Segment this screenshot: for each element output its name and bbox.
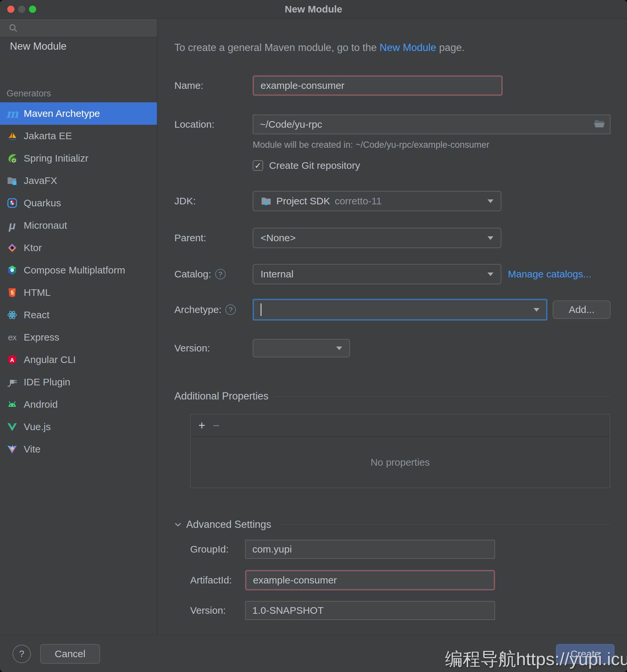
advanced-settings-header[interactable]: Advanced Settings	[174, 518, 610, 531]
jdk-version: corretto-11	[334, 195, 382, 207]
compose-multiplatform-icon	[6, 265, 18, 276]
no-properties-text: No properties	[191, 437, 610, 488]
chevron-down-icon	[487, 236, 494, 240]
additional-properties-panel: + − No properties	[190, 414, 610, 488]
sidebar-item-maven-archetype[interactable]: m Maven Archetype	[0, 102, 157, 125]
parent-dropdown[interactable]: <None>	[253, 228, 501, 248]
sidebar-item-spring-initializr[interactable]: Spring Initializr	[0, 147, 157, 169]
add-property-button[interactable]: +	[198, 418, 213, 432]
angular-icon: A	[6, 354, 18, 365]
create-button[interactable]: Create	[556, 644, 615, 664]
name-label: Name:	[174, 80, 253, 91]
sidebar-item-micronaut[interactable]: μ Micronaut	[0, 214, 157, 237]
form-panel: To create a general Maven module, go to …	[157, 19, 627, 635]
sidebar-item-quarkus[interactable]: Quarkus	[0, 192, 157, 214]
footer-bar: ? Cancel Create 编程导航https://yupi.icu	[0, 635, 627, 672]
chevron-down-icon	[336, 346, 342, 350]
jdk-value: Project SDK	[276, 195, 330, 207]
archetype-label: Archetype: ?	[174, 304, 253, 315]
jdk-dropdown[interactable]: Project SDK corretto-11	[253, 191, 501, 211]
plug-icon	[6, 377, 18, 388]
search-input[interactable]	[0, 19, 157, 37]
manage-catalogs-link[interactable]: Manage catalogs...	[508, 268, 592, 280]
advanced-version-label: Version:	[190, 605, 245, 616]
jdk-label: JDK:	[174, 195, 253, 207]
android-icon	[6, 399, 18, 410]
javafx-icon	[6, 175, 18, 186]
divider	[275, 396, 610, 397]
sidebar-item-angular-cli[interactable]: A Angular CLI	[0, 349, 157, 371]
chevron-down-icon	[487, 199, 494, 203]
sidebar-item-jakarta-ee[interactable]: Jakarta EE	[0, 125, 157, 147]
sidebar-item-compose-multiplatform[interactable]: Compose Multiplatform	[0, 259, 157, 281]
chevron-down-icon	[487, 272, 494, 276]
sidebar-item-html[interactable]: 5 HTML	[0, 281, 157, 304]
archetype-combobox[interactable]	[253, 299, 547, 320]
html5-icon: 5	[6, 287, 18, 298]
window-title: New Module	[0, 4, 627, 15]
sidebar-item-android[interactable]: Android	[0, 393, 157, 416]
sidebar: New Module Generators m Maven Archetype	[0, 19, 157, 635]
generators-list: m Maven Archetype Jakarta EE	[0, 102, 157, 460]
properties-toolbar: + −	[191, 414, 610, 437]
catalog-dropdown[interactable]: Internal	[253, 264, 501, 284]
sidebar-item-express[interactable]: ex Express	[0, 326, 157, 349]
divider	[278, 525, 610, 525]
sidebar-item-javafx[interactable]: JavaFX	[0, 169, 157, 192]
additional-properties-header: Additional Properties	[174, 390, 610, 403]
sidebar-item-ide-plugin[interactable]: IDE Plugin	[0, 371, 157, 393]
svg-text:A: A	[10, 357, 14, 363]
react-icon	[6, 309, 18, 320]
sidebar-item-new-module[interactable]: New Module	[0, 37, 157, 56]
help-button[interactable]: ?	[12, 645, 31, 663]
artifactid-label: ArtifactId:	[190, 575, 245, 586]
quarkus-icon	[6, 197, 18, 209]
sidebar-item-vite[interactable]: Vite	[0, 438, 157, 460]
maven-icon: m	[6, 108, 18, 119]
new-module-dialog: New Module New Module Generators m Maven…	[0, 0, 627, 672]
vite-icon	[6, 443, 18, 455]
catalog-value: Internal	[260, 268, 294, 280]
name-input[interactable]	[253, 75, 503, 96]
generators-section-header: Generators	[0, 89, 157, 98]
sidebar-item-ktor[interactable]: Ktor	[0, 237, 157, 259]
cancel-button[interactable]: Cancel	[40, 644, 100, 664]
new-module-link[interactable]: New Module	[380, 42, 436, 53]
micronaut-icon: μ	[6, 220, 18, 231]
browse-folder-icon[interactable]	[594, 118, 605, 130]
version-label: Version:	[174, 342, 253, 354]
text-caret	[260, 304, 261, 316]
chevron-down-icon	[174, 522, 182, 527]
artifactid-input[interactable]	[245, 570, 495, 591]
groupid-input[interactable]	[245, 540, 495, 559]
sidebar-item-react[interactable]: React	[0, 304, 157, 326]
create-git-checkbox[interactable]: ✓	[253, 160, 263, 171]
jakarta-ee-icon	[6, 130, 18, 142]
vue-icon	[6, 421, 18, 432]
module-location-note: Module will be created in: ~/Code/yu-rpc…	[253, 140, 610, 150]
title-bar: New Module	[0, 0, 627, 19]
version-dropdown[interactable]	[253, 339, 350, 357]
catalog-help-icon[interactable]: ?	[215, 269, 226, 280]
search-icon	[8, 23, 18, 32]
sidebar-item-vuejs[interactable]: Vue.js	[0, 416, 157, 438]
chevron-down-icon	[533, 308, 540, 312]
create-git-label: Create Git repository	[269, 160, 360, 171]
svg-text:5: 5	[11, 290, 14, 295]
ktor-icon	[6, 242, 18, 254]
jdk-folder-icon	[260, 195, 272, 207]
express-icon: ex	[6, 332, 18, 343]
archetype-help-icon[interactable]: ?	[225, 305, 236, 315]
groupid-label: GroupId:	[190, 544, 245, 555]
advanced-version-input[interactable]	[245, 601, 495, 620]
parent-value: <None>	[260, 232, 296, 243]
parent-label: Parent:	[174, 232, 253, 243]
catalog-label: Catalog: ?	[174, 268, 253, 280]
add-archetype-button[interactable]: Add...	[553, 301, 610, 319]
spring-initializr-icon	[6, 153, 18, 164]
location-input[interactable]	[253, 115, 610, 134]
remove-property-button[interactable]: −	[213, 418, 227, 432]
maven-hint-text: To create a general Maven module, go to …	[174, 42, 610, 55]
location-label: Location:	[174, 119, 253, 130]
